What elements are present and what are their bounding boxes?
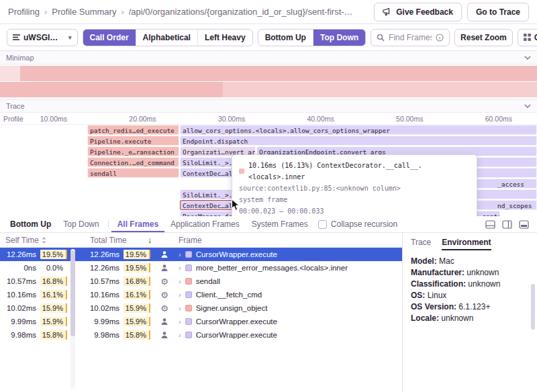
flame-frame[interactable]: Pipeline._e…ransaction: [87, 146, 179, 156]
total-time-value: 10.16ms: [90, 291, 119, 299]
flame-frame[interactable]: [477, 157, 537, 167]
collapse-minimap-chevron-icon[interactable]: [524, 56, 531, 60]
frame-table-row[interactable]: 10.02ms15.9%10.02ms15.9%⚙›Signer.unsign_…: [0, 301, 402, 315]
self-time-header[interactable]: Self Time: [0, 236, 67, 245]
sorting-call-order-button[interactable]: Call Order: [83, 30, 136, 46]
breadcrumb-profile-summary[interactable]: Profile Summary: [52, 7, 116, 17]
tab-bottom-up[interactable]: Bottom Up: [4, 216, 57, 232]
minimap-region: [0, 82, 223, 97]
flame-frame[interactable]: SiloLimit._>.over: [180, 157, 234, 167]
application-frame-icon: [156, 264, 173, 272]
flame-frame[interactable]: Connection.…ed_command: [87, 157, 179, 167]
flame-frame[interactable]: Pipeline.execute: [87, 136, 179, 146]
frame-cell[interactable]: ›Signer.unsign_object: [173, 304, 402, 312]
frame-name: Signer.unsign_object: [196, 304, 268, 312]
sorting-left-heavy-button[interactable]: Left Heavy: [197, 30, 252, 46]
tooltip-title-row: 10.16ms (16.13%) ContextDecorator.__call…: [239, 160, 470, 183]
frame-table-row[interactable]: 10.16ms16.1%10.16ms16.1%⚙›Client.__fetch…: [0, 288, 402, 301]
flame-frame[interactable]: BaseManage…from_cache: [180, 211, 238, 216]
expand-chevron-icon[interactable]: ›: [179, 331, 181, 339]
layout-dock-right-icon[interactable]: [502, 220, 512, 229]
expand-chevron-icon[interactable]: ›: [179, 291, 181, 299]
table-scrollbar[interactable]: [70, 249, 75, 389]
minimap-canvas[interactable]: [0, 64, 537, 99]
total-time-value: 12.26ms: [90, 264, 119, 272]
frame-name: CursorWrapper.execute: [196, 317, 277, 326]
tab-environment[interactable]: Environment: [442, 238, 491, 250]
total-weight-badge: 15.9%: [124, 303, 150, 313]
reset-zoom-button[interactable]: Reset Zoom: [454, 29, 513, 46]
self-time-value: 10.57ms: [7, 277, 36, 285]
total-weight-badge: 16.8%: [124, 277, 150, 286]
collapse-recursion-checkbox[interactable]: [318, 220, 327, 229]
collapse-recursion-control[interactable]: Collapse recursion: [314, 216, 397, 232]
tab-all-frames[interactable]: All Frames: [111, 216, 164, 232]
tab-application-frames[interactable]: Application Frames: [164, 216, 246, 232]
flame-frame[interactable]: [477, 189, 537, 199]
frame-name: more_better_error_messages.<locals>.inne…: [196, 264, 348, 272]
flame-frame[interactable]: [477, 168, 537, 178]
layout-maximize-icon[interactable]: [519, 220, 529, 229]
frame-cell[interactable]: ›more_better_error_messages.<locals>.inn…: [173, 264, 402, 272]
flame-frame[interactable]: Endpoint.dispatch: [180, 136, 537, 146]
flamegraph-view[interactable]: Profile 10.00ms20.00ms30.00ms40.00ms50.0…: [0, 113, 537, 216]
frame-cell[interactable]: ›sendall: [173, 277, 402, 285]
trace-title: Trace: [6, 102, 25, 110]
expand-chevron-icon[interactable]: ›: [179, 304, 181, 312]
tab-top-down[interactable]: Top Down: [57, 216, 105, 232]
frame-cell[interactable]: ›CursorWrapper.execute: [173, 317, 402, 326]
expand-chevron-icon[interactable]: ›: [179, 317, 181, 326]
trace-header: Trace: [0, 99, 537, 113]
frame-cell[interactable]: ›Client.__fetch_cmd: [173, 291, 402, 299]
flame-frame[interactable]: SiloLimit._>.over: [180, 189, 234, 199]
go-to-trace-button[interactable]: Go to Trace: [467, 3, 529, 21]
tab-system-frames[interactable]: System Frames: [246, 216, 314, 232]
environment-field: Classification: unknown: [411, 279, 529, 290]
timeline-tick: 60.00ms: [465, 115, 512, 123]
layout-dock-bottom-icon[interactable]: [485, 220, 495, 229]
flame-frame[interactable]: _access: [477, 179, 537, 189]
total-time-header[interactable]: Total Time ↓: [75, 236, 156, 245]
flame-frame[interactable]: ContextDec…als>.i…: [180, 200, 234, 210]
system-frame-icon: ⚙: [156, 277, 173, 286]
total-time-cell: 9.98ms15.8%: [75, 330, 156, 340]
frame-table-row[interactable]: 10.57ms16.8%10.57ms16.8%⚙›sendall: [0, 275, 402, 288]
details-scrollbar[interactable]: [531, 284, 535, 330]
collapse-trace-chevron-icon[interactable]: [524, 104, 531, 108]
expand-chevron-icon[interactable]: ›: [179, 250, 181, 258]
direction-top-down-button[interactable]: Top Down: [313, 30, 365, 46]
total-time-value: 12.26ms: [90, 250, 119, 258]
expand-chevron-icon[interactable]: ›: [179, 264, 181, 272]
breadcrumb-separator-icon: ›: [121, 7, 124, 17]
thread-selector[interactable]: uWSGIWor… ▾: [7, 29, 78, 46]
timeline-tick: 10.00ms: [20, 115, 67, 123]
flame-frame[interactable]: ContextDec…als>.i…: [180, 168, 234, 178]
application-frame-icon: [156, 331, 173, 339]
frame-table-row[interactable]: 9.99ms15.9%9.99ms15.9%›CursorWrapper.exe…: [0, 315, 402, 328]
flame-frame[interactable]: sendall: [87, 168, 179, 178]
info-icon[interactable]: [436, 34, 444, 42]
table-scrollbar-thumb[interactable]: [70, 250, 75, 336]
frame-color-swatch: [185, 264, 192, 271]
frame-table-row[interactable]: 0ns0.0%12.26ms19.5%›more_better_error_me…: [0, 261, 402, 275]
self-time-cell: 9.99ms15.9%: [0, 317, 67, 326]
expand-chevron-icon[interactable]: ›: [179, 277, 181, 285]
breadcrumb-profiling[interactable]: Profiling: [8, 7, 40, 17]
self-time-header-label: Self Time: [5, 236, 39, 245]
minimap-header: Minimap: [0, 51, 537, 64]
frame-table-row[interactable]: 9.98ms15.8%9.98ms15.8%›CursorWrapper.exe…: [0, 328, 402, 342]
direction-bottom-up-button[interactable]: Bottom Up: [258, 30, 313, 46]
flame-frame[interactable]: allow_cors_options.<locals>.allow_cors_o…: [180, 125, 537, 135]
flame-frame[interactable]: nd_scopes: [477, 200, 537, 210]
sorting-alphabetical-button[interactable]: Alphabetical: [136, 30, 197, 46]
find-frames-search: [371, 29, 450, 46]
tab-trace[interactable]: Trace: [411, 238, 431, 250]
frame-table-row[interactable]: 12.26ms19.5%12.26ms19.5%›CursorWrapper.e…: [0, 248, 402, 261]
frame-cell[interactable]: ›CursorWrapper.execute: [173, 331, 402, 339]
frame-cell[interactable]: ›CursorWrapper.execute: [173, 250, 402, 258]
search-input[interactable]: [389, 33, 432, 42]
color-coding-button[interactable]: Color Coding ▾: [518, 29, 537, 46]
direction-segmented-control: Bottom Up Top Down: [258, 29, 366, 46]
flame-frame[interactable]: patch_redis…ed_execute: [87, 125, 179, 135]
give-feedback-button[interactable]: Give Feedback: [374, 3, 462, 21]
